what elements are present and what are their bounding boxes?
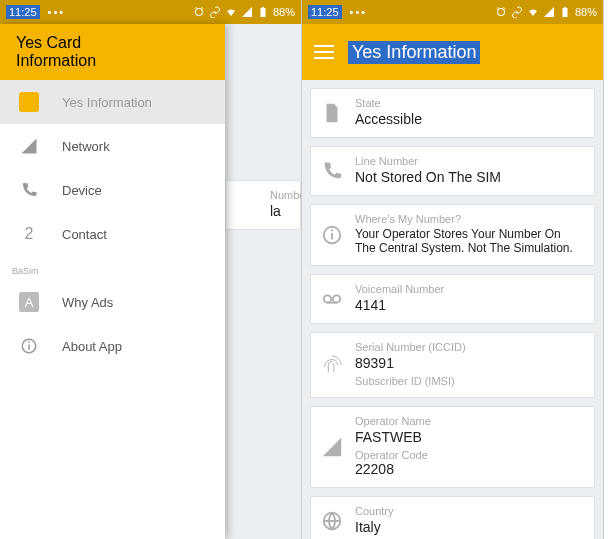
menu-dots-icon: ••• <box>48 6 66 18</box>
svg-point-7 <box>333 295 340 302</box>
svg-point-6 <box>324 295 331 302</box>
drawer-label: About App <box>62 339 122 354</box>
card-country[interactable]: Country Italy <box>310 496 595 539</box>
ads-icon: A <box>18 291 40 313</box>
voicemail-icon <box>321 288 343 310</box>
info-circle-icon <box>18 335 40 357</box>
drawer-item-about[interactable]: About App <box>0 324 225 368</box>
drawer-label: Why Ads <box>62 295 113 310</box>
right-screen: 11:25 ••• 88% Yes Information State Acce… <box>302 0 604 539</box>
drawer-item-ads[interactable]: A Why Ads <box>0 280 225 324</box>
drawer-item-device[interactable]: Device <box>0 168 225 212</box>
drawer-label: Device <box>62 183 102 198</box>
signal-icon <box>321 436 343 458</box>
contact-icon: 2 <box>18 223 40 245</box>
battery-icon <box>559 6 571 18</box>
statusbar: 11:25 ••• 88% <box>302 0 603 24</box>
drawer-header: Yes Card Information <box>0 24 225 80</box>
signal-icon <box>18 135 40 157</box>
info-icon <box>19 92 39 112</box>
app-title-line1: Yes Card <box>16 34 96 52</box>
svg-rect-1 <box>28 345 30 350</box>
card-state[interactable]: State Accessible <box>310 88 595 138</box>
app-title-line2: Information <box>16 52 96 70</box>
alarm-icon <box>495 6 507 18</box>
svg-rect-2 <box>28 342 30 344</box>
card-line-number[interactable]: Line Number Not Stored On The SIM <box>310 146 595 196</box>
phone-icon <box>18 179 40 201</box>
menu-dots-icon: ••• <box>350 6 368 18</box>
status-time: 11:25 <box>308 5 342 19</box>
drawer-label: Yes Information <box>62 95 152 110</box>
card-where-number[interactable]: Where's My Number? Your Operator Stores … <box>310 204 595 266</box>
svg-rect-4 <box>331 230 333 232</box>
drawer-label: Contact <box>62 227 107 242</box>
battery-percentage: 88% <box>575 6 597 18</box>
appbar: Yes Information <box>302 24 603 80</box>
page-title: Yes Information <box>348 41 480 64</box>
drawer-item-network[interactable]: Network <box>0 124 225 168</box>
card-partial: Number la <box>225 180 301 230</box>
sim-icon <box>321 102 343 124</box>
navigation-drawer: Yes Card Information Yes Information Net… <box>0 24 225 539</box>
phone-icon <box>321 160 343 182</box>
alarm-icon <box>193 6 205 18</box>
content: State Accessible Line Number Not Stored … <box>302 80 603 539</box>
card-serial[interactable]: Serial Number (ICCID) 89391 Subscriber I… <box>310 332 595 398</box>
svg-rect-5 <box>331 233 333 239</box>
content-behind-drawer: Number la <box>225 80 301 238</box>
battery-icon <box>257 6 269 18</box>
drawer-section: BaSim <box>0 256 225 280</box>
signal-icon <box>543 6 555 18</box>
card-voicemail[interactable]: Voicemail Number 4141 <box>310 274 595 324</box>
status-time: 11:25 <box>6 5 40 19</box>
fingerprint-icon <box>321 354 343 376</box>
left-screen: 11:25 ••• 88% Number la Yes Card Informa… <box>0 0 302 539</box>
info-icon <box>321 224 343 246</box>
wifi-icon <box>527 6 539 18</box>
signal-icon <box>241 6 253 18</box>
card-operator[interactable]: Operator Name FASTWEB Operator Code 2220… <box>310 406 595 488</box>
drawer-item-info[interactable]: Yes Information <box>0 80 225 124</box>
globe-icon <box>321 510 343 532</box>
link-icon <box>511 6 523 18</box>
drawer-item-contact[interactable]: 2 Contact <box>0 212 225 256</box>
wifi-icon <box>225 6 237 18</box>
battery-percentage: 88% <box>273 6 295 18</box>
statusbar: 11:25 ••• 88% <box>0 0 301 24</box>
hamburger-icon[interactable] <box>314 45 334 59</box>
link-icon <box>209 6 221 18</box>
drawer-label: Network <box>62 139 110 154</box>
